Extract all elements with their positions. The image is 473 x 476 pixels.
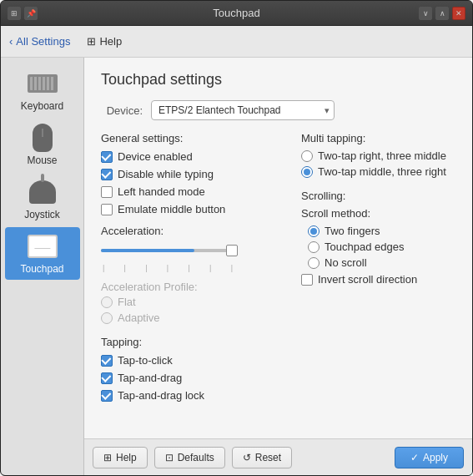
chevron-down-btn[interactable]: ∨	[419, 7, 432, 20]
checkbox-invert-scroll[interactable]: Invert scroll direction	[301, 272, 455, 286]
two-tap-middle-radio[interactable]	[301, 166, 313, 178]
general-section-title: General settings:	[101, 132, 284, 144]
content-inner: Touchpad settings Device: ETPS/2 Elantec…	[84, 58, 472, 438]
help-icon: ⊞	[87, 35, 96, 48]
acceleration-slider[interactable]	[101, 242, 284, 259]
touchpad-icon-area	[26, 232, 59, 261]
help-button[interactable]: ⊞ Help	[93, 447, 148, 468]
settings-columns: General settings: Device enabled Disable…	[101, 132, 455, 406]
tap-drag-lock-checkbox[interactable]	[101, 390, 113, 402]
tap-drag-lock-label: Tap-and-drag lock	[118, 389, 204, 402]
radio-two-fingers[interactable]: Two fingers	[308, 225, 455, 237]
checkbox-left-handed[interactable]: Left handed mode	[101, 185, 284, 199]
titlebar-menu-btn[interactable]: ⊞	[8, 7, 21, 20]
keyboard-icon	[28, 74, 58, 93]
titlebar-left: ⊞ 📌	[8, 7, 38, 20]
touchpad-icon	[28, 235, 58, 258]
checkbox-tap-drag[interactable]: Tap-and-drag	[101, 371, 284, 385]
multi-tapping-title: Multi tapping:	[301, 132, 455, 144]
disable-typing-label: Disable while typing	[118, 168, 214, 180]
invert-scroll-checkbox[interactable]	[301, 274, 313, 286]
scrolling-section: Scrolling: Scroll method: Two fingers To…	[301, 190, 455, 286]
two-fingers-radio[interactable]	[308, 225, 320, 237]
keyboard-icon-area	[26, 69, 59, 98]
radio-flat[interactable]: Flat	[101, 296, 284, 308]
sidebar-label-mouse: Mouse	[27, 154, 57, 166]
page-title: Touchpad settings	[101, 71, 455, 89]
sidebar: Keyboard Mouse Joystick Touchpad	[1, 58, 84, 475]
mouse-icon	[33, 124, 53, 152]
device-select[interactable]: ETPS/2 Elantech Touchpad	[151, 100, 335, 120]
radio-two-tap-middle[interactable]: Two-tap middle, three right	[301, 165, 455, 178]
touchpad-edges-label: Touchpad edges	[325, 241, 404, 253]
back-button[interactable]: ‹ All Settings	[9, 35, 70, 48]
window-title: Touchpad	[213, 7, 259, 19]
tick-mark: |	[145, 264, 147, 272]
reset-button[interactable]: ↺ Reset	[232, 447, 292, 468]
profile-title: Acceleration Profile:	[101, 281, 284, 293]
radio-two-tap-right[interactable]: Two-tap right, three middle	[301, 149, 455, 162]
slider-thumb[interactable]	[226, 245, 238, 256]
tick-mark: |	[231, 264, 233, 272]
sidebar-item-keyboard[interactable]: Keyboard	[5, 64, 80, 117]
help-label: Help	[99, 35, 122, 48]
tick-mark: |	[209, 264, 211, 272]
sidebar-item-joystick[interactable]: Joystick	[5, 173, 80, 225]
device-enabled-checkbox[interactable]	[101, 151, 113, 163]
tick-mark: |	[103, 264, 104, 272]
help-link[interactable]: ⊞ Help	[87, 35, 122, 48]
radio-no-scroll[interactable]: No scroll	[308, 256, 455, 269]
tap-click-checkbox[interactable]	[101, 355, 113, 367]
titlebar: ⊞ 📌 Touchpad ∨ ∧ ✕	[1, 1, 472, 26]
scrolling-title: Scrolling:	[301, 190, 455, 202]
defaults-label: Defaults	[178, 452, 214, 463]
apply-button[interactable]: ✓ Apply	[395, 447, 464, 468]
radio-adaptive[interactable]: Adaptive	[101, 311, 284, 324]
scroll-method-title: Scroll method:	[301, 207, 455, 220]
flat-radio[interactable]	[101, 296, 113, 308]
content: Touchpad settings Device: ETPS/2 Elantec…	[84, 58, 472, 475]
no-scroll-radio[interactable]	[308, 257, 320, 269]
defaults-icon: ⊡	[165, 452, 174, 463]
reset-label: Reset	[255, 452, 281, 463]
sidebar-item-touchpad[interactable]: Touchpad	[5, 227, 80, 280]
tapping-title: Tapping:	[101, 336, 284, 348]
left-handed-checkbox[interactable]	[101, 186, 113, 198]
joystick-icon	[29, 180, 56, 204]
topbar: ‹ All Settings ⊞ Help	[1, 26, 472, 58]
mouse-icon-area	[26, 124, 59, 152]
slider-track	[101, 249, 234, 252]
disable-typing-checkbox[interactable]	[101, 169, 113, 180]
device-enabled-label: Device enabled	[118, 150, 193, 163]
tap-drag-checkbox[interactable]	[101, 372, 113, 384]
checkbox-tap-drag-lock[interactable]: Tap-and-drag lock	[101, 388, 284, 403]
adaptive-radio[interactable]	[101, 312, 113, 324]
radio-touchpad-edges[interactable]: Touchpad edges	[308, 241, 455, 253]
tick-mark: |	[188, 264, 189, 272]
two-tap-right-radio[interactable]	[301, 150, 313, 162]
sidebar-label-joystick: Joystick	[24, 209, 60, 220]
two-fingers-label: Two fingers	[325, 225, 380, 237]
defaults-button[interactable]: ⊡ Defaults	[154, 447, 225, 468]
checkbox-tap-click[interactable]: Tap-to-click	[101, 353, 284, 367]
back-label: All Settings	[16, 35, 70, 48]
checkbox-emulate-middle[interactable]: Emulate middle button	[101, 202, 284, 216]
joystick-icon-area	[26, 178, 59, 206]
right-column: Multi tapping: Two-tap right, three midd…	[301, 132, 455, 406]
emulate-middle-checkbox[interactable]	[101, 204, 113, 215]
titlebar-pin-btn[interactable]: 📌	[24, 7, 38, 20]
checkbox-device-enabled[interactable]: Device enabled	[101, 149, 284, 164]
close-btn[interactable]: ✕	[452, 7, 465, 20]
sidebar-item-mouse[interactable]: Mouse	[5, 119, 80, 171]
tapping-section: Tapping: Tap-to-click Tap-and-drag	[101, 336, 284, 403]
adaptive-label: Adaptive	[118, 311, 160, 324]
acceleration-section: Acceleration: | | |	[101, 225, 284, 272]
checkbox-disable-typing[interactable]: Disable while typing	[101, 167, 284, 181]
reset-icon: ↺	[243, 452, 251, 463]
device-label: Device:	[101, 104, 143, 117]
invert-scroll-label: Invert scroll direction	[318, 273, 417, 286]
maximize-btn[interactable]: ∧	[435, 7, 449, 20]
touchpad-edges-radio[interactable]	[308, 241, 320, 253]
emulate-middle-label: Emulate middle button	[118, 203, 225, 215]
slider-fill	[101, 249, 194, 252]
